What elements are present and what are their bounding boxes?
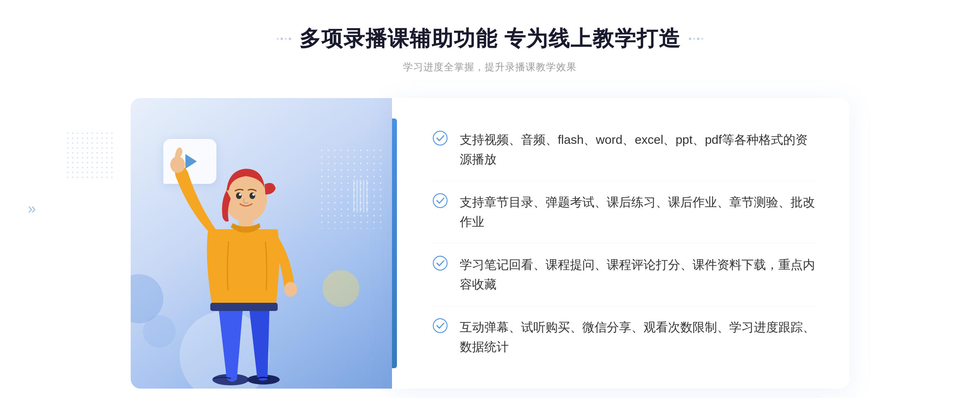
deco-dot bbox=[277, 38, 278, 40]
check-icon-2 bbox=[433, 193, 448, 208]
header-section: 多项录播课辅助功能 专为线上教学打造 学习进度全掌握，提升录播课教学效果 bbox=[277, 25, 703, 74]
svg-point-13 bbox=[433, 256, 447, 270]
page-wrapper: » 多项录播课辅助功能 专为线上教学打造 学习进度全掌握，提升录播课教学效果 bbox=[0, 0, 980, 398]
chevrons-decoration: » bbox=[28, 200, 36, 217]
page-title: 多项录播课辅助功能 专为线上教学打造 bbox=[299, 25, 681, 53]
svg-point-8 bbox=[249, 192, 255, 199]
accent-bar bbox=[392, 119, 397, 368]
illustration-inner bbox=[131, 98, 392, 389]
feature-text-4: 互动弹幕、试听购买、微信分享、观看次数限制、学习进度跟踪、数据统计 bbox=[460, 318, 817, 357]
illustration-panel bbox=[131, 98, 392, 389]
feature-item-1: 支持视频、音频、flash、word、excel、ppt、pdf等各种格式的资源… bbox=[433, 119, 817, 181]
svg-point-14 bbox=[433, 319, 447, 333]
feature-text-3: 学习笔记回看、课程提问、课程评论打分、课件资料下载，重点内容收藏 bbox=[460, 255, 817, 294]
deco-dot bbox=[689, 38, 691, 40]
deco-dot bbox=[697, 38, 699, 40]
svg-point-4 bbox=[284, 282, 297, 297]
deco-dot bbox=[289, 38, 291, 40]
deco-dot bbox=[693, 38, 695, 40]
dots-decoration-left bbox=[65, 131, 114, 180]
title-deco-right bbox=[689, 38, 703, 40]
stripe-line bbox=[366, 180, 368, 212]
stripe-line bbox=[353, 180, 354, 212]
svg-rect-2 bbox=[210, 303, 278, 311]
stripe-line bbox=[356, 180, 358, 212]
check-icon-3 bbox=[433, 256, 448, 271]
header-title-row: 多项录播课辅助功能 专为线上教学打造 bbox=[277, 25, 703, 53]
feature-text-1: 支持视频、音频、flash、word、excel、ppt、pdf等各种格式的资源… bbox=[460, 130, 817, 169]
stripe-line bbox=[360, 180, 361, 212]
page-subtitle: 学习进度全掌握，提升录播课教学效果 bbox=[277, 60, 703, 74]
person-illustration bbox=[155, 135, 351, 389]
feature-item-4: 互动弹幕、试听购买、微信分享、观看次数限制、学习进度跟踪、数据统计 bbox=[433, 306, 817, 368]
deco-dot bbox=[285, 38, 287, 40]
svg-point-10 bbox=[252, 193, 255, 196]
check-icon-4 bbox=[433, 318, 448, 333]
stripe-line bbox=[363, 180, 364, 212]
feature-item-3: 学习笔记回看、课程提问、课程评论打分、课件资料下载，重点内容收藏 bbox=[433, 244, 817, 306]
check-icon-1 bbox=[433, 131, 448, 145]
content-area: 支持视频、音频、flash、word、excel、ppt、pdf等各种格式的资源… bbox=[131, 98, 849, 389]
svg-point-9 bbox=[239, 193, 241, 196]
svg-point-11 bbox=[433, 131, 447, 145]
svg-point-3 bbox=[170, 157, 185, 173]
feature-item-2: 支持章节目录、弹题考试、课后练习、课后作业、章节测验、批改作业 bbox=[433, 181, 817, 244]
feature-text-2: 支持章节目录、弹题考试、课后练习、课后作业、章节测验、批改作业 bbox=[460, 192, 817, 232]
features-panel: 支持视频、音频、flash、word、excel、ppt、pdf等各种格式的资源… bbox=[392, 98, 849, 389]
deco-dot bbox=[702, 38, 703, 40]
svg-point-7 bbox=[236, 192, 242, 199]
title-deco-left bbox=[277, 38, 291, 40]
deco-dot bbox=[281, 38, 283, 40]
svg-point-12 bbox=[433, 194, 447, 208]
stripe-decoration bbox=[353, 180, 368, 212]
